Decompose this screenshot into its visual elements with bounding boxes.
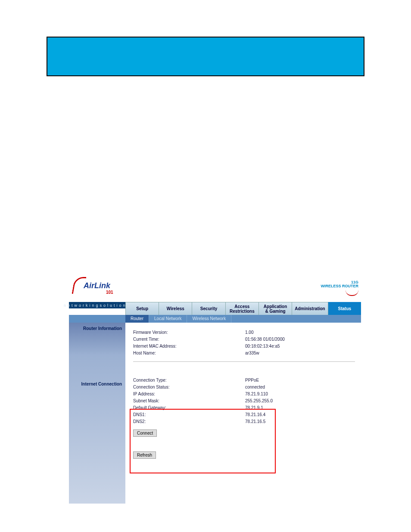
mask-label: Subnet Mask: (133, 398, 245, 403)
section-title-router-info: Router Information (69, 324, 125, 331)
host-label: Host Name: (133, 351, 245, 355)
time-label: Current Time: (133, 337, 245, 342)
ip-label: IP Address: (133, 392, 245, 396)
gw-label: Default Gateway: (133, 405, 245, 410)
time-value: 01:56:38 01/01/2000 (245, 337, 305, 342)
mac-label: Internet MAC Address: (133, 344, 245, 348)
router-admin-screenshot: AirLink 101 11GWIRELESS ROUTER networkin… (69, 274, 361, 504)
ip-value: 78.21.9.110 (245, 392, 305, 396)
tab-wireless[interactable]: Wireless (159, 302, 192, 315)
gw-value: 78.21.9.1 (245, 405, 305, 410)
refresh-button[interactable]: Refresh (133, 451, 156, 459)
wireless-router-badge: 11GWIRELESS ROUTER (321, 280, 358, 296)
side-column: Router Information Internet Connection (69, 323, 125, 504)
host-value: ar335w (245, 351, 305, 355)
divider (133, 361, 355, 362)
mac-value: 00:18:02:13:4e:a5 (245, 344, 305, 348)
tab-status[interactable]: Status (328, 302, 361, 315)
subtab-router[interactable]: Router (125, 315, 149, 323)
tab-setup[interactable]: Setup (125, 302, 159, 315)
tab-administration[interactable]: Administration (292, 302, 328, 315)
mask-value: 255.255.255.0 (245, 398, 305, 403)
section-title-internet-connection: Internet Connection (69, 379, 125, 386)
sub-tabs: Router Local Network Wireless Network (125, 315, 361, 323)
tab-application-gaming[interactable]: Application & Gaming (258, 302, 292, 315)
subtab-local-network[interactable]: Local Network (149, 315, 187, 323)
subtab-wireless-network[interactable]: Wireless Network (187, 315, 231, 323)
top-blue-banner (47, 37, 364, 76)
dns2-label: DNS2: (133, 419, 245, 424)
dns2-value: 78.21.16.5 (245, 419, 305, 424)
badge-arc-icon (346, 289, 358, 296)
main-tabs: Setup Wireless Security Access Restricti… (125, 302, 361, 315)
firmware-value: 1.00 (245, 330, 305, 335)
tab-security[interactable]: Security (192, 302, 225, 315)
dns1-label: DNS1: (133, 412, 245, 417)
conn-type-value: PPPoE (245, 378, 305, 383)
main-panel: Firmware Version:1.00 Current Time:01:56… (125, 323, 361, 504)
connect-button[interactable]: Connect (133, 429, 157, 437)
conn-status-value: connected (245, 385, 305, 389)
conn-type-label: Connection Type: (133, 378, 245, 383)
firmware-label: Firmware Version: (133, 330, 245, 335)
dns1-value: 78.21.16.4 (245, 412, 305, 417)
brand-tagline: networkingsolutions (69, 302, 125, 308)
brand-logo: AirLink 101 (72, 274, 132, 300)
conn-status-label: Connection Status: (133, 385, 245, 389)
tab-access-restrictions[interactable]: Access Restrictions (225, 302, 258, 315)
header-bar: 11GWIRELESS ROUTER (125, 274, 361, 302)
